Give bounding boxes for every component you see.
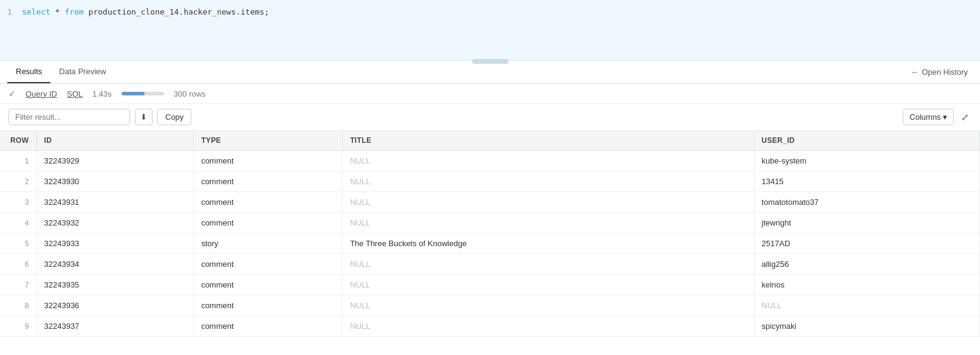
cell-userid-4: jtewright [754,213,979,233]
cell-id-6: 32243934 [36,254,194,275]
cell-row-9: 9 [0,316,36,337]
tabs-left: Results Data Preview [7,61,115,83]
cell-id-9: 32243937 [36,316,194,337]
progress-bar [122,92,164,95]
table-row: 7 32243935 comment NULL kelnos [0,275,980,295]
table-row: 2 32243930 comment NULL 13415 [0,171,980,192]
cell-id-4: 32243932 [36,213,194,233]
cell-userid-3: tomatotomato37 [754,192,979,213]
tab-results[interactable]: Results [7,61,50,83]
col-header-type: TYPE [194,131,343,151]
cell-title-4: NULL [343,213,754,233]
table-row: 3 32243931 comment NULL tomatotomato37 [0,192,980,213]
cell-type-2: comment [194,171,343,192]
expand-button[interactable]: ⤢ [959,109,971,125]
cell-row-6: 6 [0,254,36,275]
cell-row-8: 8 [0,295,36,316]
cell-title-3: NULL [343,192,754,213]
resize-handle[interactable] [472,59,509,64]
code-text: select * from production_clone_14.hacker… [22,7,269,16]
arrow-left-icon: ← [911,67,919,77]
cell-userid-7: kelnos [754,275,979,295]
cell-type-4: comment [194,213,343,233]
query-info-bar: ✓ Query ID SQL 1.43s 300 rows [0,84,980,104]
cell-row-1: 1 [0,151,36,171]
toolbar-right: Columns ▾ ⤢ [903,109,971,125]
columns-button[interactable]: Columns ▾ [903,109,954,125]
cell-title-6: NULL [343,254,754,275]
cell-id-8: 32243936 [36,295,194,316]
cell-userid-9: spicymaki [754,316,979,337]
download-icon: ⬇ [140,112,147,122]
cell-title-2: NULL [343,171,754,192]
filter-input[interactable] [9,109,130,125]
cell-id-2: 32243930 [36,171,194,192]
open-history-label: Open History [922,67,968,77]
cell-title-7: NULL [343,275,754,295]
cell-type-7: comment [194,275,343,295]
cell-type-1: comment [194,151,343,171]
cell-row-2: 2 [0,171,36,192]
cell-id-1: 32243929 [36,151,194,171]
cell-title-8: NULL [343,295,754,316]
table-row: 5 32243933 story The Three Buckets of Kn… [0,233,980,254]
cell-id-7: 32243935 [36,275,194,295]
time-label: 1.43s [92,89,112,98]
rows-label: 300 rows [174,89,206,98]
table-row: 4 32243932 comment NULL jtewright [0,213,980,233]
tab-data-preview[interactable]: Data Preview [50,61,114,83]
cell-id-3: 32243931 [36,192,194,213]
cell-type-6: comment [194,254,343,275]
table-row: 1 32243929 comment NULL kube-system [0,151,980,171]
sql-link[interactable]: SQL [67,89,83,98]
cell-type-9: comment [194,316,343,337]
editor-area: 1 select * from production_clone_14.hack… [0,0,980,61]
editor-line: 1 select * from production_clone_14.hack… [0,7,980,16]
line-number: 1 [7,7,22,16]
table-row: 6 32243934 comment NULL allig256 [0,254,980,275]
cell-userid-5: 2517AD [754,233,979,254]
cell-id-5: 32243933 [36,233,194,254]
cell-type-3: comment [194,192,343,213]
progress-bar-wrapper [122,92,164,95]
cell-title-1: NULL [343,151,754,171]
col-header-id: ID [36,131,194,151]
table-header-row: Row ID TYPE TITLE USER_ID [0,131,980,151]
tabs-bar: Results Data Preview ← Open History [0,61,980,84]
cell-userid-1: kube-system [754,151,979,171]
cell-type-5: story [194,233,343,254]
toolbar: ⬇ Copy Columns ▾ ⤢ [0,104,980,131]
cell-row-7: 7 [0,275,36,295]
open-history-button[interactable]: ← Open History [906,65,973,79]
check-icon: ✓ [9,89,16,98]
table-row: 9 32243937 comment NULL spicymaki [0,316,980,337]
cell-type-8: comment [194,295,343,316]
cell-title-9: NULL [343,316,754,337]
col-header-title: TITLE [343,131,754,151]
table-container: Row ID TYPE TITLE USER_ID 1 32243929 com… [0,131,980,337]
columns-label: Columns ▾ [910,112,947,122]
download-button[interactable]: ⬇ [135,109,152,125]
expand-icon: ⤢ [961,112,969,122]
cell-row-4: 4 [0,213,36,233]
cell-row-5: 5 [0,233,36,254]
cell-userid-8: NULL [754,295,979,316]
results-table: Row ID TYPE TITLE USER_ID 1 32243929 com… [0,131,980,337]
progress-bar-fill [122,92,145,95]
col-header-row: Row [0,131,36,151]
col-header-userid: USER_ID [754,131,979,151]
copy-button[interactable]: Copy [157,109,191,125]
cell-title-5: The Three Buckets of Knowledge [343,233,754,254]
cell-userid-6: allig256 [754,254,979,275]
table-row: 8 32243936 comment NULL NULL [0,295,980,316]
cell-userid-2: 13415 [754,171,979,192]
cell-row-3: 3 [0,192,36,213]
query-id-link[interactable]: Query ID [26,89,57,98]
